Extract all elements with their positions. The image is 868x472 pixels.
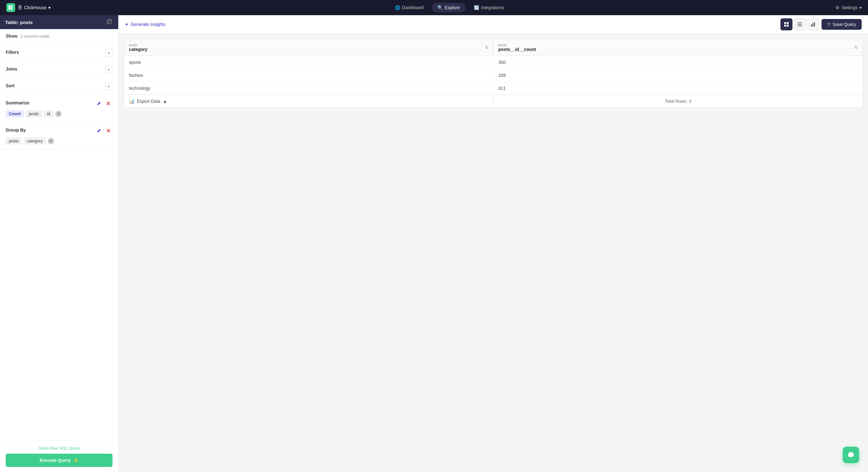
nav-explore[interactable]: 🔍 Explore bbox=[432, 3, 465, 12]
col-header-category: posts category ⇅ bbox=[124, 39, 493, 56]
svg-rect-10 bbox=[811, 24, 812, 27]
sort-category-icon[interactable]: ⇅ bbox=[485, 45, 488, 50]
nav-dashboard[interactable]: 🌐 Dashboard bbox=[389, 3, 430, 12]
dashboard-label: Dashboard bbox=[402, 5, 424, 10]
svg-rect-12 bbox=[814, 22, 815, 27]
sort-label: Sort bbox=[6, 83, 14, 88]
summarize-tags: Count posts id ✕ bbox=[6, 110, 113, 117]
close-table-button[interactable]: ✕ bbox=[107, 19, 113, 25]
columns-visible: 2 columns visible bbox=[21, 34, 49, 38]
lightning-icon: ⚡ bbox=[73, 458, 79, 463]
edit-group-by-button[interactable] bbox=[95, 126, 103, 135]
summarize-fn-tag: Count bbox=[6, 110, 24, 117]
show-section: Show 2 columns visible bbox=[0, 29, 118, 45]
summarize-col-tag: id bbox=[44, 110, 54, 117]
col-header-count: posts posts__id__count ⇅ bbox=[493, 39, 863, 56]
generate-label: Generate Insights bbox=[130, 22, 166, 27]
sparkle-icon: ✦ bbox=[125, 22, 129, 27]
sidebar-table-header: Table: posts ✕ bbox=[0, 15, 118, 29]
total-value: 3 bbox=[689, 99, 691, 104]
svg-rect-9 bbox=[798, 26, 802, 26]
table-row: sports 350 bbox=[124, 56, 863, 69]
group-by-label: Group By bbox=[6, 127, 26, 132]
integrations-label: Integrations bbox=[481, 5, 504, 10]
main-layout: Table: posts ✕ Show 2 columns visible Fi… bbox=[0, 15, 868, 472]
table-header-row: posts category ⇅ posts posts__id__count … bbox=[124, 39, 863, 56]
svg-rect-6 bbox=[787, 25, 789, 27]
group-by-tags: posts category ✕ bbox=[6, 137, 113, 145]
chat-fab-button[interactable] bbox=[843, 447, 859, 463]
app-logo[interactable]: 🗄 ClickHouse ▾ bbox=[6, 3, 51, 12]
chevron-up-icon: ▲ bbox=[163, 99, 167, 104]
data-table: posts category ⇅ posts posts__id__count … bbox=[124, 39, 863, 108]
remove-summarize-button[interactable]: ✕ bbox=[55, 111, 62, 117]
svg-rect-7 bbox=[798, 23, 802, 23]
add-filter-button[interactable]: + bbox=[105, 49, 113, 57]
cell-category: sports bbox=[124, 56, 493, 69]
settings-label: Settings bbox=[841, 5, 858, 10]
table-label: Table: posts bbox=[5, 20, 33, 25]
db-icon: 🗄 bbox=[18, 5, 22, 10]
summarize-table-tag: posts bbox=[26, 110, 42, 117]
main-content: ✦ Generate Insights ▽ Save bbox=[119, 15, 868, 472]
generate-insights-button[interactable]: ✦ Generate Insights bbox=[125, 22, 166, 27]
gear-icon: ⚙ bbox=[835, 5, 840, 10]
cell-category: fashion bbox=[124, 69, 493, 82]
sort-section: Sort + bbox=[0, 78, 118, 95]
delete-summarize-button[interactable] bbox=[104, 99, 113, 108]
search-icon: 🔍 bbox=[437, 5, 443, 10]
add-sort-button[interactable]: + bbox=[105, 83, 113, 90]
settings-chevron-icon: ▾ bbox=[860, 5, 862, 10]
joins-section: Joins + bbox=[0, 61, 118, 78]
export-button[interactable]: 📊 Export Data ▲ bbox=[124, 95, 493, 108]
table-area: posts category ⇅ posts posts__id__count … bbox=[119, 34, 868, 472]
save-query-button[interactable]: ▽ Save Query bbox=[822, 19, 862, 30]
svg-rect-8 bbox=[798, 24, 802, 25]
chart-view-button[interactable] bbox=[807, 18, 819, 30]
nav-integrations[interactable]: 🔄 Integrations bbox=[468, 3, 510, 12]
cell-count: 339 bbox=[493, 69, 863, 82]
settings-menu[interactable]: ⚙ Settings ▾ bbox=[835, 5, 862, 10]
logo-icon bbox=[6, 3, 15, 12]
filters-label: Filters bbox=[6, 50, 19, 55]
globe-icon: 🌐 bbox=[395, 5, 400, 10]
explore-label: Explore bbox=[445, 5, 460, 10]
execute-query-button[interactable]: Execute Query ⚡ bbox=[6, 454, 113, 467]
joins-label: Joins bbox=[6, 66, 18, 71]
edit-summarize-button[interactable] bbox=[95, 99, 103, 108]
col1-source: posts bbox=[129, 43, 147, 47]
refresh-icon: 🔄 bbox=[474, 5, 479, 10]
group-by-section: Group By posts category ✕ bbox=[0, 122, 118, 149]
col1-name: category bbox=[129, 47, 147, 52]
save-label: Save Query bbox=[833, 22, 856, 27]
total-rows: Total Rows: 3 bbox=[493, 95, 863, 108]
remove-group-by-button[interactable]: ✕ bbox=[48, 138, 54, 144]
svg-rect-11 bbox=[812, 23, 813, 27]
table-body: sports 350 fashion 339 technology 311 bbox=[124, 56, 863, 95]
summarize-label: Summarize bbox=[6, 100, 29, 105]
sidebar: Table: posts ✕ Show 2 columns visible Fi… bbox=[0, 15, 119, 472]
show-sql-link[interactable]: Show Raw SQL Query bbox=[6, 446, 113, 450]
delete-group-by-button[interactable] bbox=[104, 126, 113, 135]
view-toggle bbox=[780, 18, 819, 30]
export-icon: 📊 bbox=[129, 99, 134, 104]
filters-section: Filters + bbox=[0, 45, 118, 61]
svg-rect-0 bbox=[8, 5, 10, 10]
content-toolbar: ✦ Generate Insights ▽ Save bbox=[119, 15, 868, 34]
list-view-button[interactable] bbox=[794, 18, 806, 30]
topnav-center: 🌐 Dashboard 🔍 Explore 🔄 Integrations bbox=[63, 3, 836, 12]
svg-rect-2 bbox=[8, 5, 13, 6]
svg-rect-1 bbox=[11, 6, 12, 10]
topnav: 🗄 ClickHouse ▾ 🌐 Dashboard 🔍 Explore 🔄 I… bbox=[0, 0, 868, 15]
execute-label: Execute Query bbox=[39, 458, 70, 463]
svg-rect-3 bbox=[784, 22, 786, 24]
show-label: Show bbox=[6, 33, 18, 38]
sort-count-icon[interactable]: ⇅ bbox=[855, 45, 858, 50]
grid-view-button[interactable] bbox=[780, 18, 793, 30]
db-selector[interactable]: 🗄 ClickHouse ▾ bbox=[18, 5, 51, 10]
db-chevron-icon: ▾ bbox=[49, 5, 51, 10]
total-label: Total Rows: bbox=[665, 99, 687, 104]
db-name: ClickHouse bbox=[24, 5, 46, 10]
add-join-button[interactable]: + bbox=[105, 66, 113, 73]
col2-name: posts__id__count bbox=[498, 47, 536, 52]
